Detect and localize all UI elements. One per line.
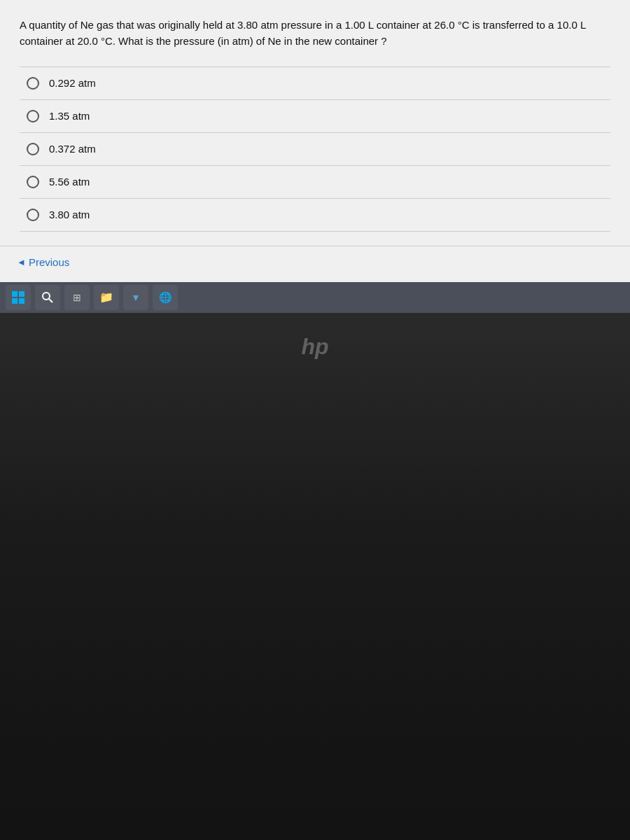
taskbar: ⊞ 📁 ▼ 🌐 <box>0 282 630 313</box>
radio-a[interactable] <box>27 77 39 90</box>
search-icon <box>41 291 54 304</box>
option-d[interactable]: 5.56 atm <box>20 166 610 199</box>
task-view-button[interactable]: ⊞ <box>64 285 90 310</box>
option-e-label: 3.80 atm <box>49 209 90 220</box>
radio-c[interactable] <box>27 143 39 155</box>
svg-rect-1 <box>19 291 24 297</box>
folder-icon: 📁 <box>99 290 113 304</box>
svg-rect-0 <box>12 291 18 297</box>
option-a[interactable]: 0.292 atm <box>20 67 610 100</box>
svg-point-4 <box>43 293 50 300</box>
option-e[interactable]: 3.80 atm <box>20 199 610 232</box>
radio-b[interactable] <box>27 110 39 122</box>
svg-rect-3 <box>19 298 24 304</box>
task-view-icon: ⊞ <box>73 292 81 303</box>
mail-button[interactable]: ▼ <box>123 285 148 310</box>
option-b-label: 1.35 atm <box>49 110 90 122</box>
mail-icon: ▼ <box>131 292 141 303</box>
hp-logo: hp <box>301 334 328 360</box>
svg-rect-2 <box>12 298 18 304</box>
previous-label: Previous <box>29 256 69 268</box>
globe-icon: 🌐 <box>159 291 172 304</box>
quiz-container: A quantity of Ne gas that was originally… <box>0 0 630 246</box>
svg-line-5 <box>49 299 52 302</box>
search-button[interactable] <box>35 285 60 310</box>
question-text: A quantity of Ne gas that was originally… <box>20 17 610 50</box>
browser-button[interactable]: 🌐 <box>153 285 178 310</box>
windows-icon <box>12 291 24 304</box>
radio-d[interactable] <box>27 176 39 188</box>
chevron-left-icon: ◄ <box>17 257 26 267</box>
radio-e[interactable] <box>27 209 39 221</box>
windows-start-button[interactable] <box>6 285 31 310</box>
option-c-label: 0.372 atm <box>49 143 96 155</box>
option-a-label: 0.292 atm <box>49 77 96 89</box>
option-d-label: 5.56 atm <box>49 176 90 188</box>
nav-area: ◄ Previous <box>0 246 630 282</box>
options-list: 0.292 atm 1.35 atm 0.372 atm 5.56 atm 3.… <box>20 66 610 232</box>
previous-button[interactable]: ◄ Previous <box>17 253 69 271</box>
laptop-body: hp <box>0 313 630 841</box>
file-explorer-button[interactable]: 📁 <box>94 285 119 310</box>
option-b[interactable]: 1.35 atm <box>20 100 610 133</box>
option-c[interactable]: 0.372 atm <box>20 133 610 166</box>
